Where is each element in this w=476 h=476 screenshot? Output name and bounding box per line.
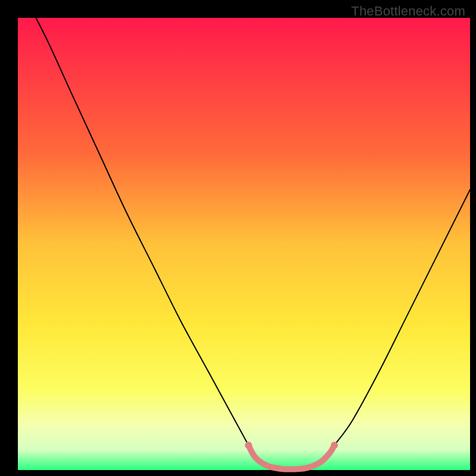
highlight-endpoint bbox=[245, 441, 252, 449]
chart-background bbox=[18, 18, 470, 470]
highlight-endpoint bbox=[331, 441, 338, 449]
chart-container: TheBottleneck.com bbox=[0, 0, 476, 476]
bottleneck-curve-chart bbox=[0, 0, 476, 476]
attribution-text: TheBottleneck.com bbox=[351, 4, 465, 19]
